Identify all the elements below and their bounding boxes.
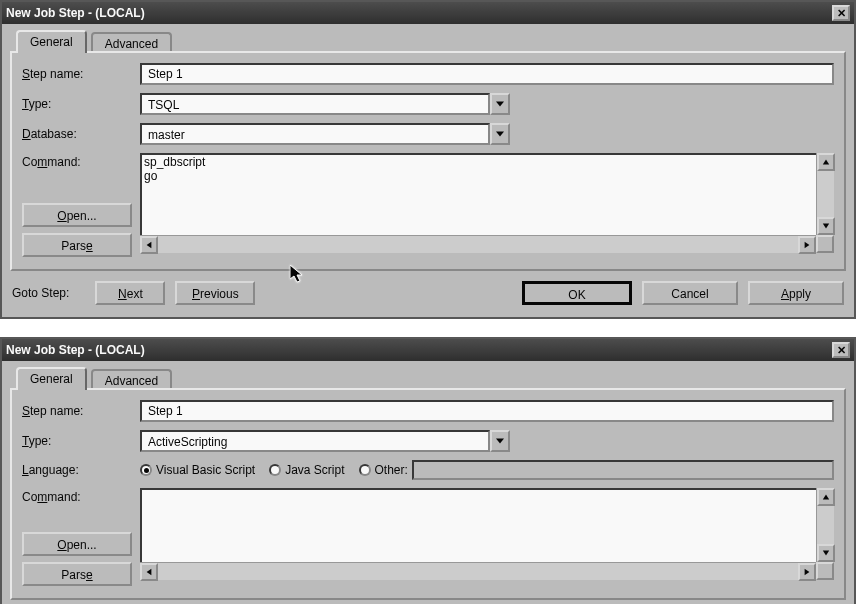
step-name-label: Step name: (22, 404, 132, 418)
type-combo-value[interactable]: TSQL (140, 93, 490, 115)
svg-marker-5 (805, 242, 810, 248)
svg-marker-11 (805, 569, 810, 575)
tabstrip: General Advanced (10, 367, 846, 390)
svg-marker-3 (823, 224, 829, 229)
open-button[interactable]: Open... (22, 532, 132, 556)
svg-marker-1 (496, 132, 504, 137)
svg-marker-8 (823, 495, 829, 500)
cancel-button[interactable]: Cancel (642, 281, 738, 305)
scrollbar-vertical[interactable] (816, 488, 834, 562)
tab-general-label: General (30, 35, 73, 49)
next-button[interactable]: Next (95, 281, 165, 305)
close-icon[interactable]: ✕ (832, 342, 850, 358)
step-name-input[interactable] (140, 63, 834, 85)
radio-icon[interactable] (140, 464, 152, 476)
other-language-input[interactable] (412, 460, 834, 480)
scroll-up-icon[interactable] (817, 488, 835, 506)
scrollbar-horizontal[interactable] (140, 235, 816, 253)
database-combo-value[interactable]: master (140, 123, 490, 145)
tabstrip: General Advanced (10, 30, 846, 53)
dropdown-icon[interactable] (490, 93, 510, 115)
dialog-footer: Goto Step: Next Previous OK Cancel Apply (10, 600, 846, 604)
scroll-right-icon[interactable] (798, 563, 816, 581)
type-combo[interactable]: TSQL (140, 93, 510, 115)
scroll-corner (816, 562, 834, 580)
tab-advanced-label: Advanced (105, 374, 158, 388)
client-area: General Advanced Step name: Type: TSQL (2, 24, 854, 317)
type-label: Type: (22, 97, 132, 111)
step-name-input[interactable] (140, 400, 834, 422)
svg-marker-4 (147, 242, 152, 248)
command-label: Command: (22, 490, 132, 504)
dialog-new-job-step-1: New Job Step - (LOCAL) ✕ General Advance… (0, 0, 856, 319)
client-area: General Advanced Step name: Type: Active… (2, 361, 854, 604)
scroll-track[interactable] (158, 563, 798, 580)
command-textarea[interactable]: sp_dbscript go (140, 153, 834, 253)
parse-button[interactable]: Parse (22, 233, 132, 257)
database-combo[interactable]: master (140, 123, 510, 145)
dropdown-icon[interactable] (490, 430, 510, 452)
type-combo[interactable]: ActiveScripting (140, 430, 510, 452)
svg-marker-0 (496, 102, 504, 107)
tab-general-label: General (30, 372, 73, 386)
database-label: Database: (22, 127, 132, 141)
titlebar[interactable]: New Job Step - (LOCAL) ✕ (2, 2, 854, 24)
language-radio-group: Visual Basic Script Java Script Other: (140, 460, 834, 480)
svg-marker-9 (823, 551, 829, 556)
goto-step-label: Goto Step: (12, 286, 69, 300)
radio-icon[interactable] (269, 464, 281, 476)
command-textarea[interactable] (140, 488, 834, 580)
titlebar[interactable]: New Job Step - (LOCAL) ✕ (2, 339, 854, 361)
scroll-down-icon[interactable] (817, 217, 835, 235)
scroll-left-icon[interactable] (140, 236, 158, 254)
tab-general[interactable]: General (16, 30, 87, 53)
title-text: New Job Step - (LOCAL) (6, 6, 832, 20)
radio-js[interactable]: Java Script (269, 463, 344, 477)
tab-general[interactable]: General (16, 367, 87, 390)
svg-marker-7 (496, 439, 504, 444)
tab-panel-general: Step name: Type: TSQL Database: (10, 51, 846, 271)
scroll-track[interactable] (158, 236, 798, 253)
dialog-footer: Goto Step: Next Previous OK Cancel Apply (10, 271, 846, 309)
command-text[interactable]: sp_dbscript go (144, 155, 205, 183)
tab-advanced-label: Advanced (105, 37, 158, 51)
scrollbar-horizontal[interactable] (140, 562, 816, 580)
type-label: Type: (22, 434, 132, 448)
scroll-down-icon[interactable] (817, 544, 835, 562)
scroll-up-icon[interactable] (817, 153, 835, 171)
scroll-track[interactable] (817, 506, 834, 544)
scroll-left-icon[interactable] (140, 563, 158, 581)
parse-button[interactable]: Parse (22, 562, 132, 586)
close-icon[interactable]: ✕ (832, 5, 850, 21)
scroll-track[interactable] (817, 171, 834, 217)
scroll-right-icon[interactable] (798, 236, 816, 254)
title-text: New Job Step - (LOCAL) (6, 343, 832, 357)
scroll-corner (816, 235, 834, 253)
type-combo-value[interactable]: ActiveScripting (140, 430, 490, 452)
tab-panel-general: Step name: Type: ActiveScripting Languag… (10, 388, 846, 600)
radio-vbs[interactable]: Visual Basic Script (140, 463, 255, 477)
dialog-new-job-step-2: New Job Step - (LOCAL) ✕ General Advance… (0, 337, 856, 604)
open-button[interactable]: Open... (22, 203, 132, 227)
scrollbar-vertical[interactable] (816, 153, 834, 235)
language-label: Language: (22, 463, 132, 477)
previous-button[interactable]: Previous (175, 281, 255, 305)
svg-marker-2 (823, 160, 829, 165)
radio-icon[interactable] (359, 464, 371, 476)
dropdown-icon[interactable] (490, 123, 510, 145)
apply-button[interactable]: Apply (748, 281, 844, 305)
command-label: Command: (22, 155, 132, 169)
ok-button[interactable]: OK (522, 281, 632, 305)
step-name-label: Step name: (22, 67, 132, 81)
radio-other[interactable]: Other: (359, 460, 834, 480)
svg-marker-10 (147, 569, 152, 575)
